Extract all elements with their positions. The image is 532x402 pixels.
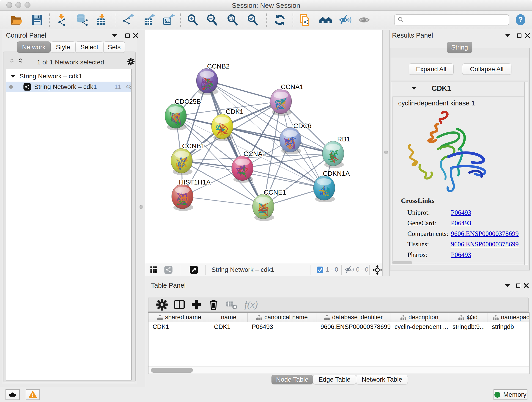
network-edge[interactable]	[182, 196, 263, 206]
copy-network-icon[interactable]	[298, 13, 311, 26]
column-header-canonical-name[interactable]: canonical name	[248, 313, 317, 322]
first-neighbors-icon[interactable]	[319, 13, 332, 26]
network-edge[interactable]	[242, 168, 324, 188]
crosslink-row: GeneCard:P06493	[393, 218, 524, 228]
column-tree-icon	[157, 315, 163, 320]
tab-string[interactable]: String	[447, 42, 472, 53]
table-toolbar: f(x)	[148, 297, 529, 312]
search-input[interactable]	[405, 15, 507, 25]
table-row[interactable]: CDK1CDK1P064939606.ENSP00000378699cyclin…	[148, 322, 530, 332]
network-collection-row[interactable]: String Network – cdk1 1	[6, 71, 131, 82]
control-panel-close-icon[interactable]	[133, 32, 139, 38]
results-panel-maximize-icon[interactable]	[516, 32, 522, 38]
collapse-all-networks-icon[interactable]	[17, 58, 23, 64]
expand-all-button[interactable]: Expand All	[409, 64, 454, 75]
help-button[interactable]: ?	[515, 13, 526, 26]
left-splitter-handle[interactable]	[139, 205, 143, 209]
zoom-in-icon[interactable]	[186, 13, 199, 26]
cell-canonical-name[interactable]: P06493	[248, 322, 317, 332]
open-session-icon[interactable]	[10, 13, 23, 26]
results-hscroll-thumb[interactable]	[392, 261, 412, 264]
column-header--id[interactable]: @id	[448, 313, 488, 322]
hidden-eye-icon[interactable]	[345, 265, 354, 274]
column-header-database-identifier[interactable]: database identifier	[317, 313, 390, 322]
network-row[interactable]: String Network – cdk1 11 48	[6, 82, 131, 92]
delete-columns-icon[interactable]	[207, 298, 220, 311]
gene-details: cyclin-dependent kinase 1 CrossLinks Uni…	[393, 96, 524, 263]
warning-status-button[interactable]	[26, 389, 40, 400]
zoom-out-icon[interactable]	[206, 13, 219, 26]
import-database-icon[interactable]	[76, 13, 89, 26]
import-network-icon[interactable]	[55, 13, 68, 26]
cloud-status-button[interactable]	[6, 389, 20, 400]
detach-view-icon[interactable]	[189, 265, 198, 274]
cell-description[interactable]: cyclin-dependent ...	[390, 322, 448, 332]
column-header-name[interactable]: name	[210, 313, 248, 322]
control-panel-float-icon[interactable]	[112, 32, 118, 38]
column-header-shared-name[interactable]: shared name	[148, 313, 210, 322]
save-session-icon[interactable]	[31, 13, 44, 26]
export-table-icon[interactable]	[143, 13, 156, 26]
export-image-icon[interactable]	[162, 13, 175, 26]
right-splitter-handle[interactable]	[384, 151, 388, 154]
delete-table-icon[interactable]	[226, 298, 238, 311]
crosslink-link[interactable]: 9606.ENSP00000378699	[451, 230, 519, 237]
import-table-icon[interactable]	[95, 13, 108, 26]
table-panel-maximize-icon[interactable]	[515, 283, 521, 288]
cell-database-identifier[interactable]: 9606.ENSP00000378699	[317, 322, 390, 332]
node-label-CCNB2: CCNB2	[207, 63, 230, 70]
refresh-icon[interactable]	[273, 13, 286, 26]
results-scrollbar[interactable]	[525, 82, 528, 265]
crosslink-link[interactable]: P06493	[451, 209, 471, 216]
crosslink-row: Compartments:9606.ENSP00000378699	[393, 228, 524, 239]
collapse-all-button[interactable]: Collapse All	[462, 64, 511, 75]
memory-button[interactable]: Memory	[494, 389, 527, 400]
results-panel-close-icon[interactable]	[525, 32, 530, 38]
node-table: shared namenamecanonical namedatabase id…	[148, 313, 530, 374]
tab-style[interactable]: Style	[51, 41, 75, 53]
tab-sets[interactable]: Sets	[103, 41, 125, 53]
table-hscroll-thumb[interactable]	[151, 368, 193, 373]
function-builder-icon[interactable]: f(x)	[244, 298, 269, 311]
export-network-icon[interactable]	[122, 13, 135, 26]
tab-node-table[interactable]: Node Table	[272, 375, 313, 384]
results-panel-float-icon[interactable]	[505, 32, 511, 38]
cell-namespace[interactable]: stringdb	[488, 322, 530, 332]
pan-crosshair-icon[interactable]	[372, 265, 382, 275]
column-header-namespace[interactable]: namespace	[488, 313, 530, 322]
create-column-icon[interactable]	[190, 298, 203, 311]
gene-section-header[interactable]: CDK1	[391, 82, 528, 95]
grid-view-icon[interactable]	[149, 265, 158, 274]
node-label-CCNA1: CCNA1	[281, 83, 303, 90]
crosslink-label: Uniprot:	[407, 209, 451, 216]
network-edge[interactable]	[207, 81, 263, 206]
cell-shared-name[interactable]: CDK1	[148, 322, 210, 332]
collection-expand-icon[interactable]	[10, 75, 15, 78]
results-buttons-bar: Expand All Collapse All	[391, 58, 528, 80]
network-options-gear-icon[interactable]	[127, 58, 135, 65]
cell--id[interactable]: stringdb:9...	[448, 322, 488, 332]
column-header-description[interactable]: description	[390, 313, 448, 322]
tab-edge-table[interactable]: Edge Table	[313, 375, 356, 384]
zoom-fit-icon[interactable]	[226, 13, 239, 26]
network-thumbnail-icon[interactable]	[164, 265, 173, 274]
tab-network-table[interactable]: Network Table	[356, 375, 408, 384]
network-canvas[interactable]: CCNB2CCNA1CDC25BCDK1CDC6RB1CCNB1CCNA2CDK…	[145, 30, 383, 263]
crosslink-link[interactable]: P06493	[451, 251, 471, 259]
gene-collapse-icon[interactable]	[412, 87, 417, 90]
table-options-gear-icon[interactable]	[156, 298, 168, 311]
expand-all-networks-icon[interactable]	[9, 58, 15, 64]
table-panel-float-icon[interactable]	[505, 283, 510, 288]
table-panel-close-icon[interactable]	[523, 283, 529, 288]
zoom-selected-icon[interactable]	[246, 13, 259, 26]
crosslink-link[interactable]: P06493	[451, 219, 471, 227]
show-hide-panel-icon[interactable]	[339, 13, 352, 26]
control-panel-maximize-icon[interactable]	[124, 32, 130, 38]
selected-checkbox[interactable]	[317, 266, 323, 274]
tab-network[interactable]: Network	[17, 41, 51, 53]
cell-name[interactable]: CDK1	[210, 322, 248, 332]
show-columns-icon[interactable]	[173, 298, 186, 311]
collection-label: String Network – cdk1	[19, 73, 82, 80]
crosslink-link[interactable]: 9606.ENSP00000378699	[451, 240, 519, 248]
tab-select[interactable]: Select	[75, 41, 103, 53]
